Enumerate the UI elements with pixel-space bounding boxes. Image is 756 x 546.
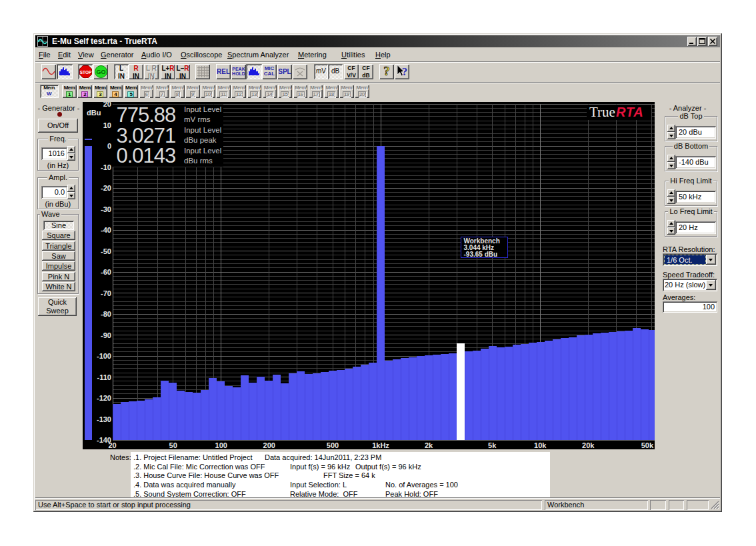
svg-text:mV rms: mV rms xyxy=(184,115,211,123)
svg-text:-90: -90 xyxy=(101,331,111,339)
svg-text:-100: -100 xyxy=(97,352,111,360)
svg-text:20: 20 xyxy=(103,102,111,108)
svg-text:500: 500 xyxy=(327,441,339,449)
svg-text:50k: 50k xyxy=(641,441,654,449)
svg-text:dBu peak: dBu peak xyxy=(184,136,217,144)
svg-text:dBu: dBu xyxy=(87,109,101,117)
svg-text:10: 10 xyxy=(103,121,111,129)
svg-text:-110: -110 xyxy=(97,373,111,381)
svg-text:-60: -60 xyxy=(101,268,111,276)
svg-text:-93.65 dBu: -93.65 dBu xyxy=(464,251,498,258)
svg-text:5k: 5k xyxy=(488,441,497,449)
svg-text:Input Level: Input Level xyxy=(184,147,221,155)
svg-text:-50: -50 xyxy=(101,247,111,255)
svg-text:10k: 10k xyxy=(534,441,547,449)
svg-text:dBu rms: dBu rms xyxy=(184,157,213,165)
svg-text:STOP: STOP xyxy=(79,70,91,75)
svg-text:-80: -80 xyxy=(101,310,111,318)
svg-text:20k: 20k xyxy=(582,441,595,449)
svg-text:-30: -30 xyxy=(101,205,111,213)
svg-text:0.0143: 0.0143 xyxy=(117,144,176,167)
svg-text:1kHz: 1kHz xyxy=(372,441,389,449)
svg-text:TrueRTA: TrueRTA xyxy=(589,104,644,120)
svg-text:2k: 2k xyxy=(425,441,433,449)
svg-text:3.0271: 3.0271 xyxy=(117,124,176,147)
svg-text:-40: -40 xyxy=(101,226,111,234)
svg-text:Input Level: Input Level xyxy=(184,126,221,134)
svg-text:?: ? xyxy=(383,65,390,78)
svg-text:-120: -120 xyxy=(97,394,111,402)
svg-text:20: 20 xyxy=(108,441,116,449)
svg-text:-70: -70 xyxy=(101,289,111,297)
svg-text:Input Level: Input Level xyxy=(184,105,221,113)
svg-text:100: 100 xyxy=(215,441,227,449)
svg-text:50: 50 xyxy=(169,441,177,449)
svg-text:-10: -10 xyxy=(101,163,111,171)
svg-text:-130: -130 xyxy=(97,415,111,423)
svg-text:0: 0 xyxy=(107,142,111,150)
svg-text:-20: -20 xyxy=(101,184,111,192)
svg-text:GO: GO xyxy=(96,69,105,75)
svg-text:200: 200 xyxy=(263,441,275,449)
